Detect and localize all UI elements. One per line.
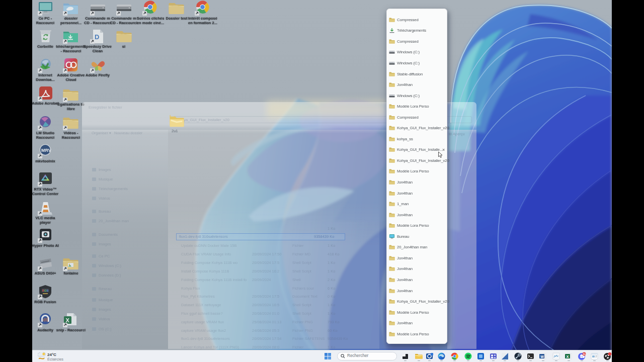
svg-text:D: D [95,33,99,41]
svg-text:RGB: RGB [42,289,48,292]
svg-text:9+: 9+ [583,353,586,355]
svg-text:MRV: MRV [41,148,51,153]
svg-text:W: W [540,355,544,358]
svg-text:X: X [66,317,70,323]
svg-text:X: X [567,354,569,359]
